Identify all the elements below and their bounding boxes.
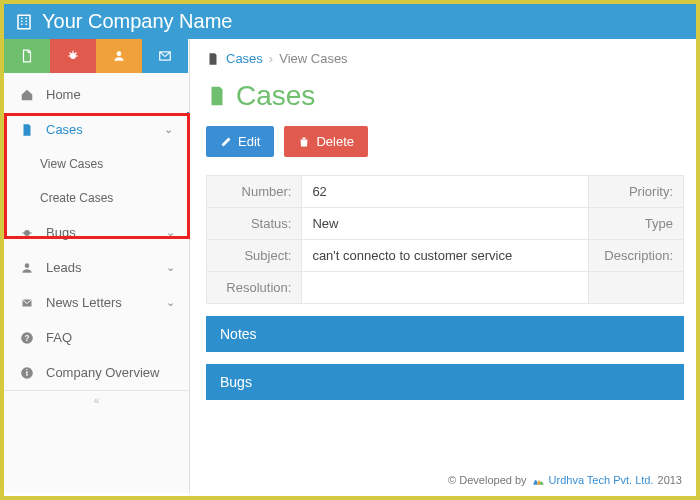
nav-label: Bugs (46, 225, 76, 240)
footer-company[interactable]: Urdhva Tech Pvt. Ltd. (549, 474, 654, 486)
company-name: Your Company Name (42, 10, 232, 33)
breadcrumb: Cases › View Cases (206, 51, 684, 66)
field-value (302, 272, 588, 304)
table-row: Number: 62 Priority: (207, 176, 684, 208)
quick-user[interactable] (96, 39, 142, 73)
bugs-panel[interactable]: Bugs (206, 364, 684, 400)
trash-icon (298, 136, 310, 148)
footer-text: © Developed by (448, 474, 526, 486)
panel-title: Notes (220, 326, 257, 342)
nav-faq[interactable]: ?FAQ (4, 320, 189, 355)
action-bar: Edit Delete (206, 126, 684, 157)
quick-action-bar (4, 39, 189, 73)
nav-label: FAQ (46, 330, 72, 345)
nav-create-cases[interactable]: Create Cases (4, 181, 189, 215)
sidebar-nav: Home Cases⌄ View Cases Create Cases Bugs… (4, 77, 189, 390)
chevron-down-icon: ⌄ (164, 123, 173, 136)
chevron-down-icon: ⌄ (166, 261, 175, 274)
field-value: 62 (302, 176, 588, 208)
document-icon (18, 123, 36, 137)
delete-label: Delete (316, 134, 354, 149)
nav-label: Company Overview (46, 365, 159, 380)
table-row: Resolution: (207, 272, 684, 304)
breadcrumb-root[interactable]: Cases (226, 51, 263, 66)
page-title: Cases (206, 80, 684, 112)
field-label: Resolution: (207, 272, 302, 304)
notes-panel[interactable]: Notes (206, 316, 684, 352)
field-label: Number: (207, 176, 302, 208)
table-row: Status: New Type (207, 208, 684, 240)
nav-label: Home (46, 87, 81, 102)
mail-icon (18, 297, 36, 309)
case-detail-table: Number: 62 Priority: Status: New Type Su… (206, 175, 684, 304)
logo-icon (531, 473, 545, 487)
field-label: Description: (588, 240, 683, 272)
nav-cases[interactable]: Cases⌄ (4, 112, 189, 147)
breadcrumb-current: View Cases (279, 51, 347, 66)
app-header: Your Company Name (4, 4, 696, 39)
document-icon (206, 85, 228, 107)
delete-button[interactable]: Delete (284, 126, 368, 157)
field-label: Status: (207, 208, 302, 240)
field-label: Subject: (207, 240, 302, 272)
quick-mail[interactable] (142, 39, 188, 73)
svg-point-17 (25, 263, 30, 268)
field-value: can't connecto to customer service (302, 240, 588, 272)
nav-home[interactable]: Home (4, 77, 189, 112)
question-icon: ? (18, 331, 36, 345)
main-content: Cases › View Cases Cases Edit Delete Num… (190, 39, 696, 493)
panel-title: Bugs (220, 374, 252, 390)
svg-text:i: i (26, 368, 28, 377)
pencil-icon (220, 136, 232, 148)
field-value (588, 272, 683, 304)
footer-year: 2013 (658, 474, 682, 486)
sidebar: Home Cases⌄ View Cases Create Cases Bugs… (4, 39, 190, 493)
nav-newsletters[interactable]: News Letters⌄ (4, 285, 189, 320)
table-row: Subject: can't connecto to customer serv… (207, 240, 684, 272)
document-icon (206, 52, 220, 66)
svg-rect-0 (18, 15, 30, 29)
edit-label: Edit (238, 134, 260, 149)
nav-leads[interactable]: Leads⌄ (4, 250, 189, 285)
svg-line-12 (75, 53, 77, 55)
bug-icon (18, 226, 36, 240)
sidebar-collapse-button[interactable]: « (4, 390, 189, 410)
user-icon (18, 261, 36, 275)
nav-overview[interactable]: iCompany Overview (4, 355, 189, 390)
nav-label: View Cases (40, 157, 103, 171)
nav-label: Cases (46, 122, 83, 137)
building-icon (14, 12, 34, 32)
chevron-down-icon: ⌄ (166, 226, 175, 239)
field-label: Priority: (588, 176, 683, 208)
info-icon: i (18, 366, 36, 380)
nav-label: Create Cases (40, 191, 113, 205)
home-icon (18, 88, 36, 102)
svg-text:?: ? (25, 333, 30, 342)
quick-new-document[interactable] (4, 39, 50, 73)
edit-button[interactable]: Edit (206, 126, 274, 157)
field-value: New (302, 208, 588, 240)
quick-bug[interactable] (50, 39, 96, 73)
field-label: Type (588, 208, 683, 240)
nav-bugs[interactable]: Bugs⌄ (4, 215, 189, 250)
chevron-down-icon: ⌄ (166, 296, 175, 309)
footer: © Developed by Urdhva Tech Pvt. Ltd. 201… (448, 473, 682, 487)
nav-label: Leads (46, 260, 81, 275)
page-title-text: Cases (236, 80, 315, 112)
svg-line-11 (70, 53, 72, 55)
breadcrumb-separator: › (269, 51, 273, 66)
nav-label: News Letters (46, 295, 122, 310)
nav-view-cases[interactable]: View Cases (4, 147, 189, 181)
svg-point-13 (117, 51, 122, 56)
